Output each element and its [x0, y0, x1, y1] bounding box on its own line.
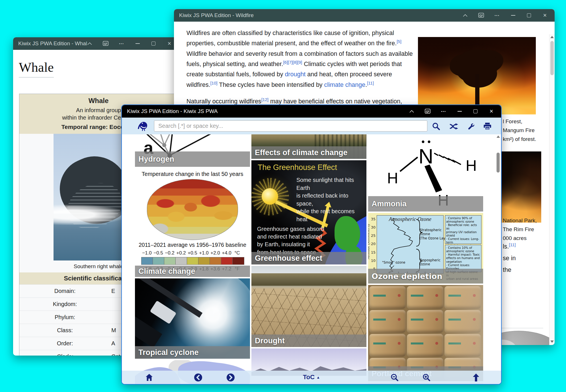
library-window: Kiwix JS PWA Edition - Kiwix JS PWA ••• …	[121, 104, 502, 385]
maximize-button[interactable]	[151, 41, 156, 46]
kiwix-logo-icon[interactable]	[137, 120, 149, 133]
chevron-up-icon[interactable]	[409, 108, 415, 114]
reference-link[interactable]: [6][7][8][9]	[283, 60, 302, 65]
tile-caption: Effects of climate change	[251, 146, 366, 159]
scrollbar[interactable]	[549, 34, 555, 345]
article-tile-grid: a Hydrogen Temperature change in the las…	[122, 134, 501, 384]
scrollbar-thumb[interactable]	[550, 41, 554, 75]
search-input[interactable]	[154, 120, 427, 132]
tropospheric-info-box: · Contains 10% of atmospheric ozone · Ha…	[445, 245, 481, 272]
popout-search-icon[interactable]	[425, 108, 430, 114]
image-caption: National Park, The Rim Fire 000 acres	[503, 216, 537, 243]
climate-change-link[interactable]: climate change	[324, 81, 366, 88]
reference-link[interactable]: [12]	[261, 97, 268, 102]
reference-link[interactable]: [10]	[210, 80, 218, 85]
tile-drought[interactable]: Drought	[251, 266, 366, 347]
map-title: Temperature change in the last 50 years	[135, 168, 250, 177]
settings-wrench-icon[interactable]	[466, 122, 475, 131]
y-axis-ticks: 3530252015105	[370, 217, 376, 271]
bottom-toolbar: ToC ▲	[122, 371, 501, 384]
celsius-scale: −1.0−0.5−0.2+0.2+0.5+1.0+2.0+4.0°C	[141, 250, 242, 256]
close-button[interactable]: ×	[542, 13, 548, 18]
clipped-text-fragments: ls.[11] se in the	[503, 241, 516, 276]
tile-greenhouse-effect[interactable]: The Greenhouse Effect Some sunlight that…	[251, 160, 366, 264]
stratospheric-info-box: · Contains 90% of atmospheric ozone · Be…	[445, 215, 481, 244]
library-window-title: Kiwix JS PWA Edition - Kiwix JS PWA	[122, 108, 409, 114]
tile-caption: Climate change	[135, 266, 250, 277]
tile-climate-change[interactable]: Temperature change in the last 50 years …	[135, 168, 250, 277]
ellipsis-icon[interactable]: •••	[494, 13, 500, 18]
infobox-title: Whale	[21, 97, 176, 105]
wildfire-window-title: Kiwix JS PWA Edition - Wildfire	[174, 12, 462, 19]
tile-tropical-cyclone[interactable]: Tropical cyclone	[135, 278, 250, 359]
ozone-chart: Atmospheric Ozone Stratospheric Ozone	[377, 215, 444, 274]
search-icon[interactable]	[432, 122, 441, 131]
close-button[interactable]: ×	[167, 41, 172, 46]
diagram-text: Some sunlight that hits Earth is reflect…	[296, 176, 366, 223]
tile-portland-cement[interactable]: Portland cement	[368, 285, 483, 381]
scrollbar[interactable]	[496, 134, 501, 384]
chevron-up-icon[interactable]	[87, 41, 93, 46]
library-titlebar: Kiwix JS PWA Edition - Kiwix JS PWA ••• …	[122, 105, 501, 118]
tile-caption: Ammonia	[368, 196, 483, 212]
scroll-top-icon[interactable]	[471, 373, 481, 382]
tile-ammonia[interactable]: N H H H Ammonia	[368, 134, 483, 212]
scroll-up-arrow[interactable]	[550, 36, 554, 38]
drought-link[interactable]: drought	[285, 71, 305, 78]
chevron-up-icon: ▲	[316, 375, 320, 379]
scroll-up-arrow[interactable]	[497, 136, 500, 138]
popout-search-icon[interactable]	[103, 41, 108, 46]
toc-button[interactable]: ToC ▲	[122, 373, 501, 381]
maximize-button[interactable]	[473, 108, 478, 114]
wildfire-titlebar: Kiwix JS PWA Edition - Wildfire ••• ×	[174, 9, 555, 22]
temperature-anomaly-map	[147, 179, 238, 240]
whale-window-title: Kiwix JS PWA Edition - Whale	[13, 40, 87, 47]
zoom-in-icon[interactable]	[422, 373, 431, 382]
ellipsis-icon[interactable]: •••	[119, 41, 124, 46]
close-button[interactable]: ×	[489, 108, 494, 114]
tile-effects-of-climate-change[interactable]: Effects of climate change	[251, 134, 366, 159]
app-header	[122, 118, 501, 134]
wildfire-image[interactable]	[418, 37, 536, 114]
map-subtitle: 2011–2021 average vs 1956–1976 baseline	[135, 242, 250, 248]
svg-text:H: H	[466, 157, 477, 174]
minimize-button[interactable]	[457, 108, 462, 114]
zoom-out-icon[interactable]	[390, 373, 399, 382]
tile-caption: Ozone depletion	[368, 269, 483, 284]
svg-text:N: N	[419, 145, 433, 168]
page-title: Whale	[19, 59, 54, 77]
scroll-down-arrow[interactable]	[550, 340, 554, 343]
chevron-up-icon[interactable]	[462, 13, 468, 18]
tile-caption: Hydrogen	[135, 151, 250, 167]
color-scale	[141, 257, 244, 265]
reference-link[interactable]: [11]	[509, 242, 516, 247]
maximize-button[interactable]	[526, 13, 532, 18]
paragraph: Wildfires are often classified by charac…	[186, 28, 416, 90]
image-caption: l Forest, Mangum Fire km²) of forest.	[503, 117, 536, 143]
svg-text:H: H	[387, 169, 398, 186]
print-icon[interactable]	[483, 122, 492, 131]
tile-caption: Tropical cyclone	[135, 346, 250, 359]
tile-caption: Greenhouse effect	[251, 252, 366, 264]
smog-label: "Smog" ozone	[382, 260, 405, 264]
tile-caption: Drought	[251, 334, 366, 347]
ellipsis-icon[interactable]: •••	[441, 108, 446, 114]
minimize-button[interactable]	[510, 13, 516, 18]
random-article-icon[interactable]	[449, 122, 458, 131]
tile-ozone-depletion[interactable]: Atmospheric Ozone Stratospheric Ozone	[368, 213, 483, 284]
tile-hydrogen[interactable]: a Hydrogen	[135, 134, 250, 167]
scrollbar-thumb[interactable]	[497, 153, 500, 173]
diagram-text: Greenhouse gases absorb and redirect hea…	[257, 225, 324, 256]
desktop: { "icons": { "close": "×", "ellipsis": "…	[0, 0, 566, 392]
reference-link[interactable]: [11]	[367, 80, 374, 85]
minimize-button[interactable]	[135, 41, 140, 46]
reference-link[interactable]: [5]	[397, 39, 401, 44]
whale-titlebar: Kiwix JS PWA Edition - Whale ••• ×	[13, 37, 179, 50]
popout-search-icon[interactable]	[478, 13, 484, 18]
